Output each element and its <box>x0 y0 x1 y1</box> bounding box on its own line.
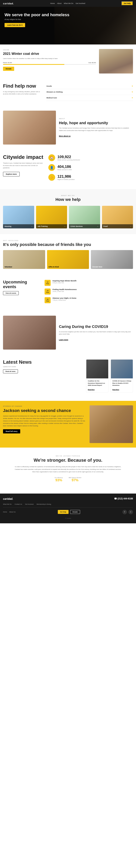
news-section: Latest News Updates from Caridad Read al… <box>0 354 136 401</box>
find-help-items: Goods + Showers & Clothing + Medical Car… <box>47 83 133 101</box>
nav-cta-button[interactable]: Get Help <box>121 1 133 5</box>
event-info-1: Finding Health Homelessness 10 am | 2 Ne… <box>53 288 77 292</box>
event-date-1: 19 Feb <box>45 288 51 294</box>
help-item-2[interactable]: Medical Care + <box>47 95 133 101</box>
event-info-0: Inspiring Hope Winter Benefit 6:00 pm | … <box>53 280 76 283</box>
help-item-1[interactable]: Showers & Clothing + <box>47 89 133 95</box>
news-card-title-1: COVID-19 Causes A Sharp Rise in Deaths O… <box>112 380 131 386</box>
twitter-icon[interactable]: t <box>129 510 133 514</box>
about-content: ABOUT Help, hope and opportunity The Car… <box>59 118 133 137</box>
help-item-label-1: Showers & Clothing <box>47 91 63 93</box>
help-item-0[interactable]: Goods + <box>47 83 133 89</box>
cause-section: CAUSE 2021 Winter coat drive Last of win… <box>0 44 136 78</box>
help-card-3[interactable]: Food → <box>102 206 133 228</box>
friend-card-2[interactable]: Donate Now <box>91 250 133 269</box>
help-item-label-2: Medical Care <box>47 97 57 99</box>
news-title: Latest News <box>3 360 41 365</box>
impact-title: Citywide impact <box>3 154 45 160</box>
event-detail-1: 10 am | 2 New York <box>53 291 77 292</box>
friends-grid: Volunteer Gifts-In-Kind Donate Now <box>3 250 133 269</box>
about-description: The Caridad serves homeless and hungry N… <box>59 127 133 132</box>
about-link[interactable]: More about us <box>59 135 71 137</box>
help-card-arrow-0: → <box>31 225 33 227</box>
news-card-link-0[interactable]: Read More <box>88 389 94 390</box>
news-title-block: Latest News Updates from Caridad Read al… <box>3 360 41 373</box>
help-card-0[interactable]: Housing → <box>3 206 34 228</box>
nav-get-involved[interactable]: Get Involved <box>76 2 85 4</box>
covid-description: A concerned neighbor just like next door… <box>59 331 133 336</box>
footer-link-3[interactable]: Membership & Giving <box>37 503 51 505</box>
cause-image <box>99 49 133 73</box>
event-detail-2: 7:30 pm | Virtual Event <box>53 300 76 301</box>
news-card-body-1: COVID-19 Causes A Sharp Rise in Deaths O… <box>111 378 133 392</box>
hero-section: We serve the poor and homeless of any re… <box>0 7 136 44</box>
story-tag: STORIES OF CHANGE <box>3 405 86 407</box>
help-item-arrow-0: + <box>132 85 133 88</box>
footer-link-0[interactable]: What We Do <box>3 503 11 505</box>
efficiency-item-1: BBG Agency Member 97% <box>69 477 81 482</box>
impact-stat-info-1: 404,186 Meals served in 2020 <box>57 164 72 170</box>
nav-about[interactable]: About <box>57 2 61 4</box>
news-read-button[interactable]: Read all news <box>3 369 18 373</box>
footer: caridad. ☎ (212) 444-8188 What We Do Con… <box>0 494 136 523</box>
nav-home[interactable]: Home <box>50 2 55 4</box>
footer-home-link[interactable]: Home <box>3 511 7 513</box>
cause-donate-button[interactable]: Donate <box>3 67 14 71</box>
joined-description: In order to effectively combat the epide… <box>13 465 123 473</box>
help-grid: Housing → Job Training → Crisis Services… <box>3 206 133 228</box>
event-item-0: 12 Feb Inspiring Hope Winter Benefit 6:0… <box>45 280 133 286</box>
footer-get-help-button[interactable]: Get Help <box>58 510 69 514</box>
how-we-help-section: WHAT WE DO How we help Housing → Job Tra… <box>0 189 136 234</box>
impact-icon-1: 👤 <box>48 164 55 171</box>
covid-title: Caring During the COVID19 <box>59 324 133 329</box>
news-card-link-1[interactable]: Read More <box>112 389 119 390</box>
help-card-label-2: Crisis Services → <box>69 224 100 228</box>
event-title-2: Glamour your Night, At Home <box>53 297 76 299</box>
joined-title: We're stronger. Because of you. <box>3 458 133 463</box>
news-card-title-0: Coalition for the Homeless Statement on … <box>88 380 107 386</box>
story-section: STORIES OF CHANGE Jackson seeking a seco… <box>0 401 136 447</box>
impact-number-2: 121,986 <box>57 174 75 179</box>
help-card-arrow-3: → <box>130 225 132 227</box>
cause-description: Last of winter when the weather is a lit… <box>3 58 96 60</box>
help-card-2[interactable]: Crisis Services → <box>69 206 100 228</box>
impact-stat-info-0: 109,922 Meals served, growing distribute… <box>57 155 80 161</box>
help-card-1[interactable]: Job Training → <box>36 206 67 228</box>
friend-card-0[interactable]: Volunteer <box>3 250 45 269</box>
hero-subtitle: of any religion for free <box>4 19 132 20</box>
footer-bottom-links: Home About Us <box>3 511 16 513</box>
footer-link-1[interactable]: Contact Us <box>15 503 22 505</box>
hero-cta-button[interactable]: Learn how we do it <box>4 23 25 27</box>
footer-social: f t <box>123 510 133 514</box>
help-card-label-0: Housing → <box>3 224 34 228</box>
story-read-button[interactable]: Read full story <box>3 429 20 433</box>
events-section: Upcomming events View all events 12 Feb … <box>0 275 136 311</box>
efficiency-label: Our efficiency: <box>55 477 63 478</box>
news-grid: Coalition for the Homeless Statement on … <box>86 360 133 393</box>
nav-what[interactable]: What We Do <box>64 2 74 4</box>
hero-title: We serve the poor and homeless <box>4 12 132 17</box>
events-view-button[interactable]: View all events <box>3 291 19 295</box>
facebook-icon[interactable]: f <box>123 510 127 514</box>
footer-about-link[interactable]: About Us <box>9 511 16 513</box>
footer-phone: ☎ (212) 444-8188 <box>114 497 133 500</box>
cause-raised: Raised: $3,995 <box>3 62 12 63</box>
covid-learn-more-link[interactable]: Learn more <box>59 339 68 341</box>
friend-card-label-0: Volunteer <box>3 265 45 269</box>
impact-explore-button[interactable]: Explore more <box>3 172 20 176</box>
footer-link-2[interactable]: Get Involved <box>25 503 34 505</box>
impact-label-2: Nights of shelter provided <box>57 179 75 180</box>
news-card-img-1 <box>111 360 133 378</box>
impact-description: Thanks to you, Caridad has been helping … <box>3 162 45 169</box>
event-detail-0: 6:00 pm | New York <box>53 282 76 283</box>
joined-tag: WE'VE JOINED FORCES <box>3 455 133 457</box>
events-left: Upcomming events View all events <box>3 280 41 295</box>
impact-stat-info-2: 121,986 Nights of shelter provided <box>57 174 75 180</box>
friend-card-label-2: Donate Now <box>91 265 133 269</box>
nav-logo: caridad. <box>3 2 14 5</box>
help-card-arrow-1: → <box>64 225 65 227</box>
impact-number-1: 404,186 <box>57 164 72 169</box>
footer-donate-button[interactable]: Donate <box>70 510 80 514</box>
friend-card-1[interactable]: Gifts-In-Kind <box>47 250 89 269</box>
cause-progress-bar <box>3 64 96 65</box>
